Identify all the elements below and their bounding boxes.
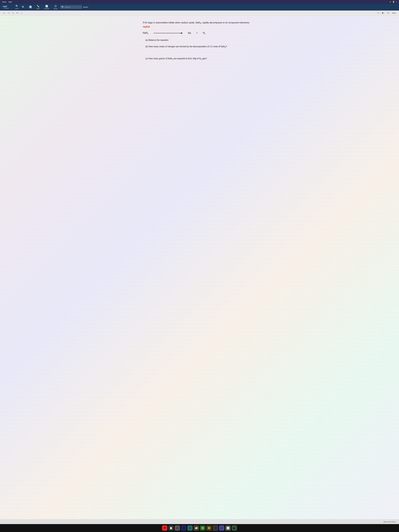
problem-text-1: Air bags in automobiles inflate when sod… <box>145 21 250 24</box>
markup-icon: Ⓐ <box>54 5 57 8</box>
invert-button[interactable]: ◩ ▾ <box>381 12 385 14</box>
checked-icon: ☑ <box>387 12 389 14</box>
problem-number: 7 <box>143 21 144 24</box>
file-status: — Edited <box>3 7 9 9</box>
checked-button[interactable]: ☑ ▾ <box>386 12 390 14</box>
annotate-button[interactable]: ↗ ▾ <box>2 12 6 14</box>
pdf-area: 7 Air bags in automobiles inflate when s… <box>0 16 399 519</box>
menu-bar: ndow Help ✳ 🔋 ⌇ <box>0 0 399 4</box>
share-button[interactable]: ⬆️ <box>28 5 33 9</box>
search-icon: 🔍 <box>62 6 64 8</box>
menu-item-window[interactable]: ndow <box>2 1 6 3</box>
zoom-out-icon: 🔍 <box>22 6 25 9</box>
dock-icon-10[interactable]: ⬛ <box>219 526 224 531</box>
copy-chevron: ▾ <box>9 13 10 14</box>
sign-button[interactable]: ✒ ▾ <box>16 12 19 14</box>
page-number: 2 <box>395 266 398 269</box>
rotate-icon: 🔄 <box>45 5 48 8</box>
battery-icon: 🔋 <box>393 1 395 3</box>
part-c-text: How many grams of NaN3 are required to f… <box>148 57 207 60</box>
list-icon: ≡ <box>378 12 379 14</box>
share-icon: ⬆️ <box>29 6 32 8</box>
dock-icon-9[interactable]: + <box>213 526 218 531</box>
menu-item-help[interactable]: Help <box>8 1 12 3</box>
search-box[interactable]: 🔍 <box>60 5 82 9</box>
checked-chevron: ▾ <box>389 13 390 14</box>
rotate-label: Highlight <box>44 8 49 9</box>
copy-btn[interactable]: □ ▾ <box>7 12 11 14</box>
font-chevron: ▾ <box>395 13 396 14</box>
product-na: Na <box>188 32 191 34</box>
part-a-label: (a) <box>146 39 148 41</box>
highlight-label: Share <box>36 8 40 9</box>
markup-label: Rotate <box>54 8 57 10</box>
dock-icon-11[interactable]: ⬜ <box>225 526 231 531</box>
plus-sign: + <box>196 32 198 34</box>
dock-icon-7[interactable]: 🟢 <box>200 526 205 531</box>
subscript-2: 2 <box>205 33 205 35</box>
list-chevron: ▾ <box>379 13 379 14</box>
part-c: (c) How many grams of NaN3 are required … <box>146 57 256 61</box>
zoom-label: Zoom <box>15 8 19 9</box>
bottom-bar: Save and Close <box>0 519 399 524</box>
chemical-equation: NaN3 Na + N2 <box>143 32 256 35</box>
toolbar-sep-1 <box>27 5 27 9</box>
dock-icon-3[interactable]: A <box>175 526 180 531</box>
zoom-button[interactable]: 🔍 Zoom <box>14 4 20 10</box>
highlight-icon: ✏️ <box>37 5 39 8</box>
dock-icon-6[interactable]: 📁 <box>194 526 199 531</box>
toolbar-sep-3 <box>42 5 42 9</box>
file-name: 1.pcf <box>3 5 9 7</box>
form-icon: □ <box>21 12 22 14</box>
dock-icon-1[interactable]: ❤ <box>162 526 167 531</box>
annotate-icon: ↗ <box>3 12 4 14</box>
search-label: Search <box>83 6 88 8</box>
menu-bar-right: ✳ 🔋 ⌇ <box>390 1 397 3</box>
font-label: font <box>392 12 395 14</box>
zoom2-button[interactable]: 🔍 <box>20 5 26 9</box>
secondary-toolbar: ↗ ▾ □ ▾ A ✒ ▾ □ ≡ ▾ ◩ ▾ ☑ ▾ font ▾ <box>0 11 399 16</box>
search-input[interactable] <box>65 6 81 8</box>
copy-icon: □ <box>8 12 9 14</box>
part-a: (a) Balance the equation <box>146 38 256 42</box>
highlight-button[interactable]: ✏️ Share <box>35 4 41 10</box>
subscript-3-left: 3 <box>147 33 148 35</box>
reactant-nan3: NaN3 <box>143 32 148 35</box>
rotate-button[interactable]: 🔄 Highlight <box>43 4 51 10</box>
bluetooth-icon: ✳ <box>390 1 391 3</box>
font-button[interactable]: font ▾ <box>392 12 397 14</box>
dock-icon-5[interactable]: ⊙ <box>187 526 193 531</box>
problem-statement: 7 Air bags in automobiles inflate when s… <box>143 21 256 28</box>
text-button[interactable]: A <box>12 12 14 14</box>
sign-icon: ✒ <box>16 12 18 14</box>
dock-icon-8[interactable]: 🔶 <box>206 526 212 531</box>
markup-button[interactable]: Ⓐ Rotate <box>52 4 59 10</box>
dock-area: ❤ 📋 A 🖥 ⊙ 📁 🟢 🔶 + ⬛ ⬜ ▶ <box>0 524 399 532</box>
dock-icon-2[interactable]: 📋 <box>168 526 174 531</box>
product-n2: N2 <box>203 32 205 35</box>
part-b-label: (b) <box>146 45 148 48</box>
form-button[interactable]: □ <box>21 12 23 14</box>
part-c-label: (c) <box>146 57 148 60</box>
main-toolbar: 1.pcf — Edited 🔍 Zoom 🔍 ⬆️ ✏️ Share 🔄 Hi… <box>0 4 399 11</box>
part-b-text: How many moles of nitrogen are formed by… <box>149 45 227 48</box>
dock-icon-12[interactable]: ▶ <box>232 526 237 531</box>
invert-chevron: ▾ <box>384 13 385 14</box>
file-title: 1.pcf — Edited <box>3 5 9 9</box>
wifi-icon: ⌇ <box>396 1 397 3</box>
save-close-button[interactable]: Save and Close <box>382 520 397 523</box>
text-icon: A <box>13 12 14 14</box>
list-button[interactable]: ≡ ▾ <box>377 12 380 14</box>
zoom-in-icon: 🔍 <box>15 5 18 8</box>
toolbar-sep-4 <box>51 5 51 9</box>
scribble-svg <box>143 25 150 28</box>
dock-icon-4[interactable]: 🖥 <box>181 526 186 531</box>
arrow-line <box>154 33 181 33</box>
arrow-head <box>181 32 183 34</box>
sign-chevron: ▾ <box>18 13 19 14</box>
toolbar-zoom-group: 🔍 Zoom 🔍 <box>14 4 26 10</box>
invert-icon: ◩ <box>382 12 384 14</box>
part-b: (b) How many moles of nitrogen are forme… <box>146 45 256 49</box>
annotate-chevron: ▾ <box>5 13 5 14</box>
reaction-arrow <box>154 32 183 34</box>
